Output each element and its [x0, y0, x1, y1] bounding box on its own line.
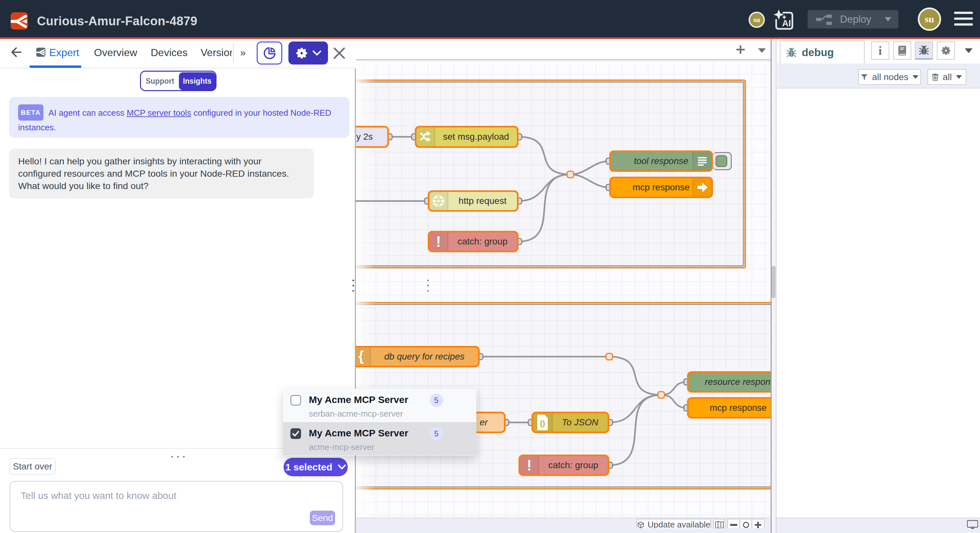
svg-text:{}: {}: [539, 419, 546, 427]
svg-text:AI: AI: [782, 19, 791, 28]
